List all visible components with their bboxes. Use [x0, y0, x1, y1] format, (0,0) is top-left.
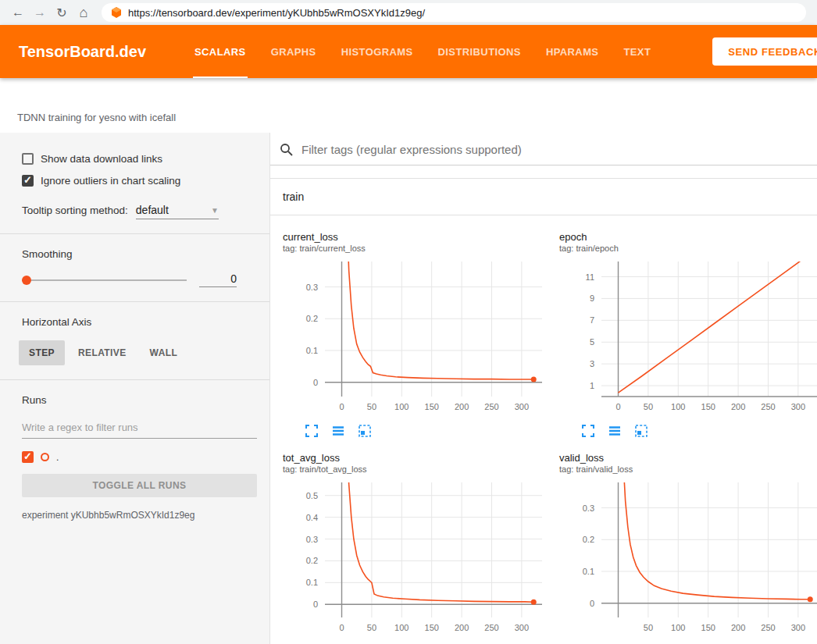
svg-text:100: 100: [671, 402, 685, 411]
smoothing-value[interactable]: 0: [199, 272, 237, 287]
axis-relative-button[interactable]: RELATIVE: [68, 340, 137, 365]
nav-tabs: SCALARS GRAPHS HISTOGRAMS DISTRIBUTIONS …: [182, 25, 663, 78]
tab-hparams[interactable]: HPARAMS: [533, 25, 612, 78]
svg-text:0.2: 0.2: [306, 556, 318, 565]
divider: [0, 233, 269, 234]
svg-text:50: 50: [644, 623, 653, 632]
smoothing-label: Smoothing: [22, 248, 257, 260]
back-icon[interactable]: ←: [8, 2, 28, 23]
fit-domain-icon[interactable]: [358, 424, 372, 438]
line-chart-epoch[interactable]: 1357911050100150200250300: [559, 257, 817, 417]
svg-text:0.2: 0.2: [306, 314, 318, 323]
svg-text:0: 0: [339, 623, 344, 632]
svg-text:200: 200: [455, 402, 469, 411]
experiment-bar: TDNN training for yesno with icefall: [0, 78, 817, 133]
send-feedback-button[interactable]: SEND FEEDBACK: [712, 37, 817, 66]
svg-text:150: 150: [425, 623, 439, 632]
svg-text:0.4: 0.4: [306, 513, 318, 522]
tab-scalars[interactable]: SCALARS: [182, 25, 259, 78]
search-icon: [280, 143, 293, 156]
svg-text:0.3: 0.3: [583, 503, 594, 513]
browser-toolbar: ← → ↻ ⌂ https://tensorboard.dev/experime…: [0, 0, 817, 25]
forward-icon[interactable]: →: [30, 2, 50, 23]
reload-icon[interactable]: ↻: [52, 2, 72, 23]
tag-filter-input[interactable]: [300, 142, 769, 157]
line-chart-current-loss[interactable]: 00.10.20.3050100150200250300: [283, 257, 550, 417]
chart-toolbar: [559, 424, 817, 438]
chart-title: current_loss: [283, 231, 550, 243]
y-axis-scale-icon[interactable]: [331, 424, 345, 438]
tag-filter-row: [270, 141, 817, 165]
svg-text:50: 50: [644, 402, 653, 411]
chart-card-tot-avg-loss: tot_avg_loss tag: train/tot_avg_loss 00.…: [283, 452, 550, 644]
ignore-outliers-row[interactable]: Ignore outliers in chart scaling: [22, 175, 257, 187]
svg-text:300: 300: [791, 623, 805, 632]
chart-title: valid_loss: [559, 452, 817, 464]
tooltip-sorting-value: default: [136, 204, 169, 216]
ignore-outliers-checkbox[interactable]: [22, 175, 34, 187]
svg-text:0: 0: [313, 378, 318, 387]
svg-text:100: 100: [671, 623, 685, 632]
svg-text:250: 250: [484, 623, 498, 632]
app-logo[interactable]: TensorBoard.dev: [0, 43, 146, 61]
svg-text:150: 150: [425, 402, 439, 411]
divider: [0, 379, 269, 380]
smoothing-slider-thumb[interactable]: [22, 276, 31, 285]
smoothing-row: 0: [22, 272, 257, 287]
tooltip-sorting-label: Tooltip sorting method:: [22, 205, 128, 216]
svg-text:0.1: 0.1: [583, 567, 594, 576]
chart-title: tot_avg_loss: [283, 452, 550, 464]
experiment-id-label: experiment yKUbhb5wRmOSXYkId1z9eg: [22, 510, 257, 521]
chart-card-epoch: epoch tag: train/epoch 13579110501001502…: [559, 231, 817, 438]
svg-text:300: 300: [515, 623, 529, 632]
line-chart-valid-loss[interactable]: 00.10.20.350100150200250300: [559, 478, 817, 638]
svg-text:7: 7: [590, 315, 594, 325]
run-checkbox[interactable]: [22, 451, 34, 463]
expand-chart-icon[interactable]: [305, 424, 319, 438]
run-row[interactable]: .: [22, 451, 257, 463]
tab-text[interactable]: TEXT: [611, 25, 663, 78]
svg-text:200: 200: [455, 623, 469, 632]
axis-wall-button[interactable]: WALL: [140, 340, 188, 365]
tab-histograms[interactable]: HISTOGRAMS: [329, 25, 426, 78]
toggle-all-runs-button[interactable]: TOGGLE ALL RUNS: [22, 474, 257, 497]
fit-domain-icon[interactable]: [634, 424, 648, 438]
chart-toolbar: [283, 424, 550, 438]
expand-chart-icon[interactable]: [581, 424, 595, 438]
svg-text:0.1: 0.1: [306, 346, 318, 355]
show-download-links-row[interactable]: Show data download links: [22, 153, 257, 165]
svg-text:50: 50: [367, 402, 376, 411]
svg-text:3: 3: [590, 359, 594, 368]
svg-text:1: 1: [590, 381, 594, 390]
svg-text:0: 0: [590, 599, 594, 608]
horizontal-axis-label: Horizontal Axis: [22, 316, 257, 328]
divider: [0, 301, 269, 302]
chart-card-current-loss: current_loss tag: train/current_loss 00.…: [283, 231, 550, 438]
svg-text:300: 300: [515, 402, 529, 411]
home-icon[interactable]: ⌂: [73, 2, 94, 23]
svg-text:250: 250: [761, 402, 775, 411]
svg-text:0.2: 0.2: [583, 535, 594, 544]
chart-tag: tag: train/current_loss: [283, 244, 550, 253]
address-bar[interactable]: https://tensorboard.dev/experiment/yKUbh…: [102, 3, 806, 22]
runs-filter-input[interactable]: [22, 418, 257, 439]
tab-graphs[interactable]: GRAPHS: [259, 25, 329, 78]
show-download-links-checkbox[interactable]: [22, 153, 34, 165]
svg-text:5: 5: [590, 337, 594, 347]
chart-tag: tag: train/epoch: [559, 244, 817, 253]
smoothing-slider[interactable]: [22, 279, 187, 281]
axis-step-button[interactable]: STEP: [19, 340, 65, 365]
chart-title: epoch: [559, 231, 817, 243]
y-axis-scale-icon[interactable]: [608, 424, 622, 438]
svg-text:9: 9: [590, 294, 594, 303]
line-chart-tot-avg-loss[interactable]: 00.10.20.30.40.5050100150200250300: [283, 478, 550, 638]
svg-text:0: 0: [615, 402, 620, 411]
runs-label: Runs: [22, 394, 257, 406]
run-color-swatch-icon: [41, 453, 49, 461]
svg-text:200: 200: [731, 623, 745, 632]
tooltip-sorting-select[interactable]: default ▼: [136, 204, 219, 219]
horizontal-axis-buttons: STEP RELATIVE WALL: [19, 340, 257, 365]
url-text: https://tensorboard.dev/experiment/yKUbh…: [128, 7, 425, 19]
tab-distributions[interactable]: DISTRIBUTIONS: [426, 25, 533, 78]
tag-group-header-train[interactable]: train: [270, 178, 817, 215]
